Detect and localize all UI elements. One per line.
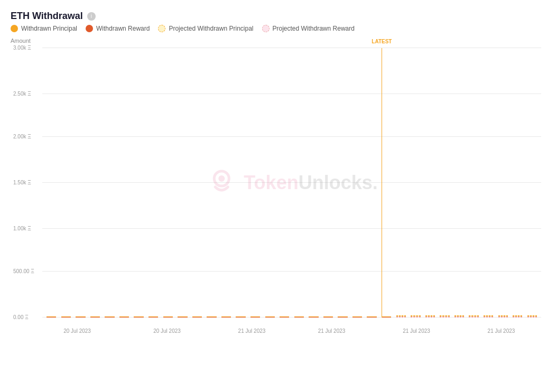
chart-header: ETH Withdrawal i Withdrawn Principal Wit…	[11, 11, 546, 32]
bar-segment-proj-reward	[396, 316, 406, 318]
bar-segment-reward	[105, 317, 114, 318]
bar-segment-reward	[76, 317, 85, 318]
legend-label-projected-principal: Projected Withdrawn Principal	[169, 25, 253, 32]
legend-dot-withdrawn-principal	[11, 25, 18, 32]
latest-line: LATEST	[382, 48, 382, 318]
bar-segment-reward	[367, 317, 376, 318]
y-axis-value: 0.00 Ξ	[13, 314, 29, 320]
bar-group	[467, 48, 480, 318]
x-axis: 20 Jul 202320 Jul 202321 Jul 202321 Jul …	[42, 328, 541, 344]
bar-group	[220, 48, 233, 318]
bar-group	[496, 48, 509, 318]
x-axis-label: 21 Jul 2023	[238, 328, 266, 334]
x-axis-label: 21 Jul 2023	[318, 328, 346, 334]
bar-segment-reward	[134, 317, 143, 318]
x-axis-label: 21 Jul 2023	[488, 328, 515, 334]
bar-segment-proj-reward	[425, 316, 435, 318]
bars-area: LATEST	[42, 48, 541, 318]
bar-group	[482, 48, 495, 318]
y-axis-value: 1.00k Ξ	[13, 225, 31, 231]
legend-row: Withdrawn Principal Withdrawn Reward Pro…	[11, 25, 546, 32]
legend-label-projected-reward: Projected Withdrawn Reward	[273, 25, 355, 32]
y-axis-value: 500.00 Ξ	[13, 268, 34, 274]
bar-segment-reward	[148, 317, 158, 318]
title-row: ETH Withdrawal i	[11, 11, 546, 22]
bar-segment-reward	[192, 317, 202, 318]
bar-segment-reward	[309, 317, 318, 318]
bar-segment-reward	[250, 317, 260, 318]
bar-group	[322, 48, 335, 318]
legend-label-withdrawn-reward: Withdrawn Reward	[96, 25, 150, 32]
bar-group	[409, 48, 422, 318]
bar-segment-reward	[178, 317, 187, 318]
bar-segment-reward	[280, 317, 289, 318]
bar-segment-proj-reward	[469, 316, 478, 318]
legend-item-projected-reward: Projected Withdrawn Reward	[262, 25, 355, 32]
chart-area: Amount 3.00k Ξ2.50k Ξ2.00k Ξ1.50k Ξ1.00k…	[11, 38, 546, 344]
bar-segment-proj-reward	[411, 316, 420, 318]
bar-segment-reward	[382, 317, 391, 318]
x-axis-label: 21 Jul 2023	[403, 328, 430, 334]
chart-inner: 3.00k Ξ2.50k Ξ2.00k Ξ1.50k Ξ1.00k Ξ500.0…	[42, 48, 541, 318]
legend-item-projected-principal: Projected Withdrawn Principal	[158, 25, 253, 32]
y-axis-value: 2.00k Ξ	[13, 134, 31, 139]
bar-group	[191, 48, 204, 318]
bar-segment-reward	[323, 317, 333, 318]
bar-group	[89, 48, 102, 318]
bar-group	[234, 48, 247, 318]
bar-segment-proj-reward	[484, 316, 493, 318]
bar-group	[278, 48, 291, 318]
bar-segment-proj-reward	[454, 316, 464, 318]
bar-segment-proj-reward	[527, 316, 537, 318]
bar-segment-reward	[163, 317, 173, 318]
bar-segment-reward	[265, 317, 275, 318]
bar-group	[351, 48, 364, 318]
bar-segment-proj-reward	[498, 316, 508, 318]
info-icon[interactable]: i	[87, 12, 96, 21]
bar-segment-reward	[294, 317, 304, 318]
y-axis-value: 1.50k Ξ	[13, 180, 31, 185]
legend-dot-withdrawn-reward	[86, 25, 93, 32]
bar-group	[176, 48, 189, 318]
bar-group	[263, 48, 276, 318]
bar-segment-reward	[207, 317, 216, 318]
bar-segment-reward	[47, 317, 56, 318]
bar-segment-reward	[352, 317, 362, 318]
bar-group	[205, 48, 218, 318]
bar-group	[526, 48, 539, 318]
y-axis-value: 3.00k Ξ	[13, 45, 31, 51]
bar-group	[438, 48, 451, 318]
bar-group	[162, 48, 175, 318]
y-axis-label: Amount	[11, 38, 31, 44]
bar-group	[118, 48, 131, 318]
bar-group	[307, 48, 320, 318]
bar-group	[365, 48, 378, 318]
bar-group	[74, 48, 87, 318]
bar-group	[395, 48, 408, 318]
x-axis-label: 20 Jul 2023	[153, 328, 181, 334]
bar-group	[453, 48, 466, 318]
bar-group	[45, 48, 58, 318]
chart-container: ETH Withdrawal i Withdrawn Principal Wit…	[0, 0, 557, 392]
x-axis-label: 20 Jul 2023	[63, 328, 91, 334]
legend-label-withdrawn-principal: Withdrawn Principal	[21, 25, 77, 32]
legend-item-withdrawn-principal: Withdrawn Principal	[11, 25, 77, 32]
legend-item-withdrawn-reward: Withdrawn Reward	[86, 25, 150, 32]
bar-segment-reward	[236, 317, 245, 318]
y-axis-value: 2.50k Ξ	[13, 90, 31, 96]
legend-dot-projected-reward	[262, 25, 270, 32]
bar-group	[336, 48, 349, 318]
bar-group	[103, 48, 116, 318]
bar-group	[424, 48, 437, 318]
bar-segment-reward	[90, 317, 100, 318]
bar-group	[249, 48, 262, 318]
bar-segment-proj-reward	[440, 316, 449, 318]
bar-segment-reward	[338, 317, 347, 318]
bar-segment-reward	[61, 317, 71, 318]
bar-group	[293, 48, 306, 318]
bar-group	[511, 48, 524, 318]
bar-segment-reward	[119, 317, 129, 318]
bar-group	[132, 48, 145, 318]
bar-segment-proj-reward	[513, 316, 522, 318]
bar-segment-reward	[221, 317, 231, 318]
